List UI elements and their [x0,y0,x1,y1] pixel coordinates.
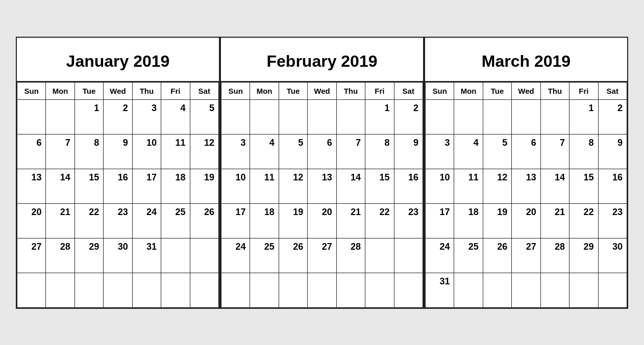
calendar-day-cell: 18 [250,203,279,238]
calendars-container: January 2019SunMonTueWedThuFriSat 123456… [7,28,637,318]
calendar-day-cell [540,273,569,307]
calendar-day-cell [17,99,46,134]
calendar-day-cell: 26 [190,203,218,238]
table-row: 17181920212223 [426,203,627,238]
calendar-day-cell: 3 [221,134,250,169]
calendar-day-cell: 22 [75,203,103,238]
calendar-day-cell [454,273,483,307]
calendar-day-cell: 4 [161,99,190,134]
calendar-day-cell: 31 [132,238,161,273]
calendar-day-cell: 23 [104,203,132,238]
day-header-Wed: Wed [512,82,540,99]
calendar-day-cell: 7 [46,134,75,169]
calendar-day-cell: 11 [250,169,279,203]
calendar-day-cell: 8 [569,134,598,169]
calendar-february-2019: February 2019SunMonTueWedThuFriSat 12345… [220,37,424,309]
calendar-day-cell: 25 [161,203,190,238]
calendar-day-cell: 15 [569,169,598,203]
calendar-day-cell: 8 [365,134,394,169]
calendar-day-cell [394,238,423,273]
table-row: 6789101112 [17,134,219,169]
day-header-Sat: Sat [394,82,423,99]
calendar-day-cell: 11 [161,134,190,169]
calendar-january-2019: January 2019SunMonTueWedThuFriSat 123456… [16,37,220,309]
day-header-Wed: Wed [308,82,336,99]
calendar-day-cell: 2 [104,99,132,134]
calendar-day-cell: 23 [598,203,627,238]
calendar-day-cell: 13 [512,169,540,203]
table-row: 17181920212223 [221,203,423,238]
calendar-day-cell: 31 [426,273,454,307]
calendar-day-cell: 14 [46,169,75,203]
table-row: 12345 [17,99,219,134]
calendar-day-cell: 24 [426,238,454,273]
calendar-day-cell: 5 [483,134,511,169]
day-header-Fri: Fri [161,82,190,99]
calendar-title-march-2019: March 2019 [425,38,627,82]
calendar-table-january-2019: SunMonTueWedThuFriSat 123456789101112131… [17,82,219,308]
calendar-day-cell: 4 [454,134,483,169]
calendar-day-cell: 27 [17,238,46,273]
calendar-day-cell: 16 [394,169,423,203]
day-header-Wed: Wed [104,82,132,99]
calendar-day-cell: 10 [221,169,250,203]
calendar-day-cell: 27 [512,238,540,273]
calendar-day-cell: 1 [75,99,103,134]
calendar-day-cell [365,238,394,273]
calendar-day-cell [161,238,190,273]
calendar-day-cell: 1 [365,99,394,134]
day-header-Sat: Sat [598,82,627,99]
calendar-day-cell [308,99,336,134]
calendar-title-january-2019: January 2019 [17,38,219,82]
calendar-day-cell: 9 [104,134,132,169]
day-header-Mon: Mon [46,82,75,99]
calendar-day-cell [336,273,365,307]
table-row: 10111213141516 [426,169,627,203]
day-header-Tue: Tue [279,82,307,99]
calendar-day-cell: 20 [17,203,46,238]
calendar-day-cell: 21 [46,203,75,238]
day-header-Sun: Sun [17,82,46,99]
calendar-day-cell: 24 [221,238,250,273]
calendar-day-cell: 24 [132,203,161,238]
calendar-day-cell [569,273,598,307]
table-row: 12 [426,99,627,134]
calendar-day-cell: 29 [75,238,103,273]
calendar-day-cell [221,273,250,307]
day-header-Thu: Thu [336,82,365,99]
calendar-day-cell: 21 [336,203,365,238]
calendar-day-cell: 11 [454,169,483,203]
calendar-day-cell: 2 [598,99,627,134]
calendar-day-cell: 28 [46,238,75,273]
day-header-Tue: Tue [75,82,103,99]
calendar-day-cell: 12 [483,169,511,203]
table-row: 20212223242526 [17,203,219,238]
calendar-day-cell [161,273,190,307]
calendar-day-cell [104,273,132,307]
calendar-day-cell: 18 [161,169,190,203]
calendar-day-cell [46,99,75,134]
calendar-day-cell [365,273,394,307]
calendar-day-cell: 6 [17,134,46,169]
calendar-day-cell: 10 [132,134,161,169]
day-header-Sun: Sun [426,82,454,99]
calendar-day-cell [250,273,279,307]
calendar-day-cell [190,273,218,307]
calendar-day-cell [279,99,307,134]
calendar-day-cell: 1 [569,99,598,134]
calendar-day-cell: 29 [569,238,598,273]
calendar-day-cell [46,273,75,307]
calendar-day-cell [512,273,540,307]
calendar-day-cell: 8 [75,134,103,169]
calendar-day-cell: 2 [394,99,423,134]
calendar-day-cell: 19 [190,169,218,203]
calendar-day-cell: 17 [426,203,454,238]
table-row: 10111213141516 [221,169,423,203]
day-header-Mon: Mon [454,82,483,99]
day-header-Sat: Sat [190,82,218,99]
calendar-day-cell: 13 [17,169,46,203]
calendar-day-cell: 12 [279,169,307,203]
calendar-day-cell: 17 [221,203,250,238]
calendar-title-february-2019: February 2019 [221,38,423,82]
calendar-day-cell [512,99,540,134]
